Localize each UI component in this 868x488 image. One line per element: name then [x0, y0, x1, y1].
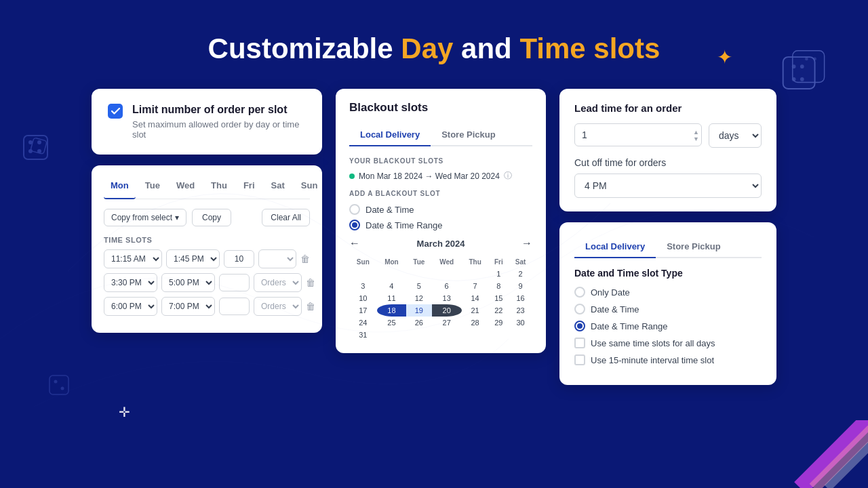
lead-time-input[interactable] [574, 123, 702, 146]
lead-time-decrement[interactable]: ▼ [693, 136, 699, 142]
lead-time-spinners: ▲ ▼ [693, 123, 699, 148]
lead-time-increment[interactable]: ▲ [693, 129, 699, 136]
lead-time-number-wrap: ▲ ▼ [574, 123, 702, 148]
